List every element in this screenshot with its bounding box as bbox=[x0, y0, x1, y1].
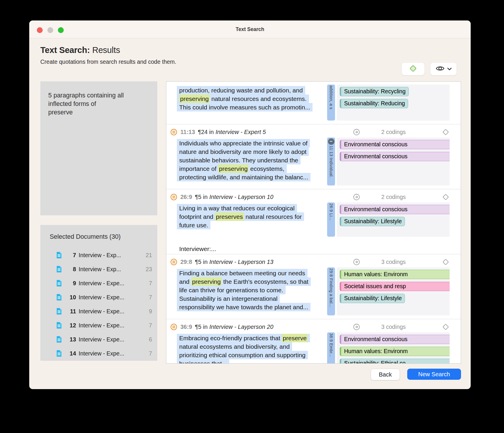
document-number: 12 bbox=[64, 322, 76, 329]
document-list-item[interactable]: 8 Interview - Exp... 23 bbox=[50, 262, 152, 276]
text-search-window: Text Search Text Search: Results Create … bbox=[29, 20, 471, 389]
document-number: 10 bbox=[64, 294, 76, 301]
quotation-margin-bar[interactable]: 29:8 Finding a bal... bbox=[327, 267, 335, 315]
sidebar: 5 paragraphs containing allinflected for… bbox=[40, 81, 157, 364]
code-chip[interactable]: Societal issues and resp bbox=[340, 282, 450, 291]
document-icon bbox=[56, 280, 64, 287]
open-quotation-icon[interactable] bbox=[353, 129, 360, 135]
code-chip[interactable]: Human values: Environm bbox=[340, 270, 450, 279]
code-chip[interactable]: Human values: Environm bbox=[340, 347, 450, 356]
quotation-location: ¶24 in bbox=[198, 129, 214, 135]
result-row-body: Living in a way that reduces our ecologi… bbox=[170, 202, 450, 240]
quotation-margin-bar[interactable]: 36:9 Embr... bbox=[327, 332, 335, 363]
document-list-item[interactable]: 11 Interview - Expe... 9 bbox=[50, 304, 152, 318]
quotation-text-line: footprint and preserves natural resource… bbox=[177, 212, 324, 221]
diamond-icon[interactable] bbox=[442, 258, 450, 266]
collapse-badge-icon[interactable]: − bbox=[328, 138, 334, 145]
quotation-text[interactable]: Embracing eco-friendly practices that pr… bbox=[177, 332, 324, 363]
result-row-body: Individuals who appreciate the intrinsic… bbox=[170, 137, 450, 189]
code-chip[interactable]: Environmental conscious bbox=[340, 335, 450, 344]
code-chip[interactable]: Environmental conscious bbox=[340, 152, 450, 161]
quotation-icon bbox=[170, 259, 177, 265]
codes-list: Sustainability: RecyclingSustainability:… bbox=[337, 85, 450, 121]
search-term-highlight: preserving bbox=[218, 164, 248, 173]
document-list-item[interactable]: 7 Interview - Exp... 21 bbox=[50, 248, 152, 262]
result-row[interactable]: production, reducing waste and pollution… bbox=[166, 82, 461, 124]
zoom-button[interactable] bbox=[58, 27, 64, 33]
search-term-highlight: preserves bbox=[215, 212, 244, 221]
code-chip[interactable]: Sustainability: Recycling bbox=[340, 87, 409, 96]
open-quotation-icon[interactable] bbox=[353, 259, 360, 265]
view-options-button[interactable] bbox=[430, 62, 457, 75]
result-row[interactable]: 29:8 ¶5 in Interview - Layperson 13 3 co… bbox=[166, 254, 461, 319]
quotation-document: Interview - Expert 5 bbox=[215, 129, 266, 135]
quotation-id: 26:9 bbox=[180, 194, 192, 200]
document-list-item[interactable]: 9 Interview - Expe... 7 bbox=[50, 276, 152, 290]
document-name: Interview - Expe... bbox=[79, 294, 141, 301]
quotation-text-line: responsibility we have towards the plane… bbox=[177, 303, 324, 311]
result-row[interactable]: 26:9 ¶5 in Interview - Layperson 10 2 co… bbox=[166, 189, 461, 254]
quotation-text-line: life can thrive for generations to come. bbox=[177, 286, 324, 294]
close-button[interactable] bbox=[37, 27, 43, 33]
document-list-item[interactable]: 12 Interview - Expe... 7 bbox=[50, 318, 152, 332]
result-row-header: 11:13 ¶24 in Interview - Expert 5 2 codi… bbox=[170, 124, 450, 137]
result-row[interactable]: 11:13 ¶24 in Interview - Expert 5 2 codi… bbox=[166, 124, 461, 189]
diamond-icon[interactable] bbox=[442, 323, 450, 331]
document-number: 13 bbox=[64, 336, 76, 343]
codings-count: 3 codings bbox=[360, 259, 427, 265]
quotation-margin-bar[interactable]: 26:9 Li... bbox=[327, 202, 335, 237]
code-chip[interactable]: Sustainability: Lifestyle bbox=[340, 294, 405, 303]
quotation-margin-bar[interactable]: − 11:13 Individual. bbox=[327, 138, 335, 185]
page-subtitle: Create quotations from search results an… bbox=[40, 59, 176, 65]
search-term-highlight: preserving bbox=[179, 94, 210, 103]
open-quotation-icon[interactable] bbox=[353, 194, 360, 200]
diamond-icon[interactable] bbox=[442, 193, 450, 201]
open-quotation-icon[interactable] bbox=[353, 324, 360, 330]
quotation-margin-bar[interactable]: addition, a s bbox=[327, 85, 335, 121]
diamond-icon[interactable] bbox=[442, 128, 450, 136]
quotation-text[interactable]: Finding a balance between meeting our ne… bbox=[177, 267, 324, 315]
code-chip[interactable]: Sustainability: Reducing bbox=[340, 99, 408, 108]
selected-documents-box: Selected Documents (30) 7 Interview - Ex… bbox=[40, 225, 157, 361]
result-row-body: Embracing eco-friendly practices that pr… bbox=[170, 331, 450, 363]
document-name: Interview - Expe... bbox=[79, 350, 141, 357]
footer-buttons: Back New Search bbox=[371, 369, 461, 380]
document-hit-count: 23 bbox=[144, 266, 152, 273]
minimize-button[interactable] bbox=[47, 27, 53, 33]
document-number: 8 bbox=[64, 266, 76, 273]
document-list-item[interactable]: 13 Interview - Expe... 6 bbox=[50, 332, 152, 346]
new-search-button[interactable]: New Search bbox=[407, 369, 461, 380]
page-title-bold: Text Search: bbox=[40, 45, 90, 55]
document-number: 7 bbox=[64, 252, 76, 259]
result-row[interactable]: 36:9 ¶5 in Interview - Layperson 20 3 co… bbox=[166, 319, 461, 363]
document-name: Interview - Exp... bbox=[79, 252, 141, 259]
green-diamond-icon bbox=[409, 64, 417, 74]
selected-documents-heading: Selected Documents (30) bbox=[50, 233, 152, 240]
create-quotation-button[interactable] bbox=[401, 62, 425, 75]
code-chip[interactable]: Sustainability: Ethical co bbox=[340, 359, 450, 363]
quotation-icon bbox=[170, 129, 177, 135]
document-list-item[interactable]: 10 Interview - Expe... 7 bbox=[50, 290, 152, 304]
document-name: Interview - Expe... bbox=[79, 336, 141, 343]
quotation-location: ¶5 in bbox=[195, 194, 208, 200]
document-hit-count: 6 bbox=[144, 336, 152, 343]
document-list-item[interactable]: 14 Interview - Expe... 7 bbox=[50, 346, 152, 360]
quotation-text[interactable]: Living in a way that reduces our ecologi… bbox=[177, 202, 324, 237]
quotation-location: ¶5 in bbox=[195, 324, 208, 330]
document-icon bbox=[56, 308, 64, 315]
back-button[interactable]: Back bbox=[371, 369, 400, 380]
quotation-text-line: Finding a balance between meeting our ne… bbox=[177, 269, 324, 277]
codes-list: Human values: EnvironmSocietal issues an… bbox=[337, 267, 450, 315]
eye-icon bbox=[436, 65, 445, 73]
quotation-text[interactable]: production, reducing waste and pollution… bbox=[177, 85, 324, 121]
quotation-text[interactable]: Individuals who appreciate the intrinsic… bbox=[177, 138, 324, 185]
search-term-highlight: preserving bbox=[191, 277, 222, 286]
page-title-rest: Results bbox=[90, 45, 120, 55]
code-chip[interactable]: Environmental conscious bbox=[340, 140, 450, 149]
result-row-header: 26:9 ¶5 in Interview - Layperson 10 2 co… bbox=[170, 189, 450, 202]
codings-count: 3 codings bbox=[360, 324, 427, 330]
quotation-bar-label: 26:9 Li... bbox=[329, 203, 334, 221]
title-bar[interactable]: Text Search bbox=[29, 20, 471, 38]
code-chip[interactable]: Environmental conscious bbox=[340, 205, 450, 214]
code-chip[interactable]: Sustainability: Lifestyle bbox=[340, 217, 405, 226]
